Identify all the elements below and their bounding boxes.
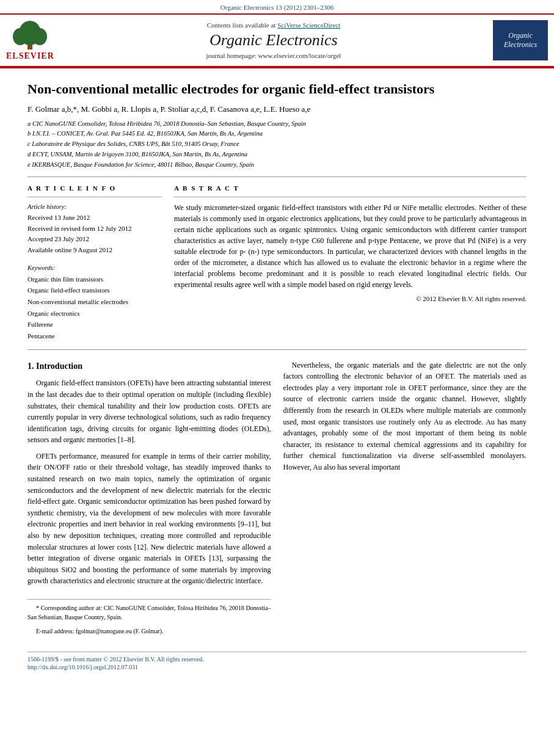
footer-doi[interactable]: http://dx.doi.org/10.1016/j.orgel.2012.0… bbox=[27, 664, 527, 671]
keyword-0: Organic thin film transistors bbox=[27, 274, 162, 285]
history-label: Article history: bbox=[27, 202, 162, 213]
affiliation-b: b I.N.T.I. – CONICET, Av. Gral. Paz 5445… bbox=[27, 129, 527, 139]
received-date: Received 13 June 2012 bbox=[27, 213, 162, 224]
footnote-email: E-mail address: fgolmar@nanogune.eu (F. … bbox=[27, 627, 271, 636]
journal-reference: Organic Electronics 13 (2012) 2301–2306 bbox=[0, 0, 554, 13]
article-info-heading: A R T I C L E I N F O bbox=[27, 184, 162, 192]
footer-bar: 1566-1199/$ - see front matter © 2012 El… bbox=[27, 652, 527, 671]
keyword-4: Fullerene bbox=[27, 319, 162, 330]
keyword-3: Organic electronics bbox=[27, 308, 162, 319]
intro-right-col: Nevertheless, the organic materials and … bbox=[283, 360, 527, 641]
keyword-5: Pentacene bbox=[27, 330, 162, 342]
sciverse-link[interactable]: SciVerse ScienceDirect bbox=[277, 21, 340, 29]
abstract-heading: A B S T R A C T bbox=[174, 184, 527, 192]
main-content: Non-conventional metallic electrodes for… bbox=[0, 68, 554, 683]
journal-right-logo: Organic Electronics bbox=[493, 20, 548, 60]
elsevier-logo: ELSEVIER bbox=[6, 20, 54, 61]
affiliation-c: c Laboratoire de Physique des Solides, C… bbox=[27, 139, 527, 149]
affiliation-d: d ECYT, UNSAM, Martín de Irigoyen 3100, … bbox=[27, 150, 527, 159]
intro-section-title: 1. Introduction bbox=[27, 360, 271, 373]
contents-available-text: Contents lists available at SciVerse Sci… bbox=[60, 21, 487, 29]
keywords-list: Organic thin film transistors Organic fi… bbox=[27, 274, 162, 342]
footnote-section: * Corresponding author at: CIC NanoGUNE … bbox=[27, 599, 271, 636]
affiliation-e: e IKERBASQUE, Basque Foundation for Scie… bbox=[27, 160, 527, 170]
article-history: Article history: Received 13 June 2012 R… bbox=[27, 202, 162, 255]
article-info-col: A R T I C L E I N F O Article history: R… bbox=[27, 184, 162, 341]
accepted-date: Accepted 23 July 2012 bbox=[27, 234, 162, 245]
authors-text: F. Golmar a,b,*, M. Gobbi a, R. Llopis a… bbox=[27, 104, 310, 114]
divider-after-abstract bbox=[27, 349, 527, 350]
affiliations: a CIC NanoGUNE Consolider, Tolosa Hiribi… bbox=[27, 119, 527, 170]
journal-homepage: journal homepage: www.elsevier.com/locat… bbox=[60, 52, 487, 59]
revised-date: Received in revised form 12 July 2012 bbox=[27, 224, 162, 234]
divider-after-affiliations bbox=[27, 176, 527, 177]
available-date: Available online 9 August 2012 bbox=[27, 245, 162, 256]
abstract-text: We study micrometer-sized organic field-… bbox=[174, 202, 527, 290]
elsevier-tree-icon bbox=[8, 20, 52, 51]
right-logo-line2: Electronics bbox=[500, 40, 541, 49]
intro-left-col: 1. Introduction Organic field-effect tra… bbox=[27, 360, 271, 641]
footer-issn: 1566-1199/$ - see front matter © 2012 El… bbox=[27, 656, 527, 663]
introduction-section: 1. Introduction Organic field-effect tra… bbox=[27, 360, 527, 641]
authors-line: F. Golmar a,b,*, M. Gobbi a, R. Llopis a… bbox=[27, 104, 527, 114]
svg-point-3 bbox=[13, 28, 27, 45]
affiliation-a: a CIC NanoGUNE Consolider, Tolosa Hiribi… bbox=[27, 119, 527, 129]
keywords-label: Keywords: bbox=[27, 264, 162, 271]
copyright-text: © 2012 Elsevier B.V. All rights reserved… bbox=[174, 295, 527, 302]
journal-title: Organic Electronics bbox=[60, 31, 487, 49]
journal-header: ELSEVIER Contents lists available at Sci… bbox=[0, 13, 554, 67]
intro-para1: Organic field-effect transistors (OFETs)… bbox=[27, 377, 271, 446]
journal-center-block: Contents lists available at SciVerse Sci… bbox=[60, 21, 487, 59]
elsevier-brand-text: ELSEVIER bbox=[6, 51, 54, 61]
right-logo-line1: Organic bbox=[500, 31, 541, 40]
footnote-star: * Corresponding author at: CIC NanoGUNE … bbox=[27, 603, 271, 622]
intro-para3: Nevertheless, the organic materials and … bbox=[283, 360, 527, 473]
intro-para2: OFETs performance, measured for example … bbox=[27, 451, 271, 587]
keyword-2: Non-conventional metallic electrodes bbox=[27, 296, 162, 308]
keywords-section: Keywords: Organic thin film transistors … bbox=[27, 264, 162, 342]
svg-point-4 bbox=[32, 28, 47, 45]
journal-ref-text: Organic Electronics 13 (2012) 2301–2306 bbox=[221, 4, 334, 11]
abstract-col: A B S T R A C T We study micrometer-size… bbox=[174, 184, 527, 341]
info-abstract-section: A R T I C L E I N F O Article history: R… bbox=[27, 184, 527, 341]
keyword-1: Organic field-effect transistors bbox=[27, 285, 162, 296]
article-title: Non-conventional metallic electrodes for… bbox=[27, 81, 527, 98]
